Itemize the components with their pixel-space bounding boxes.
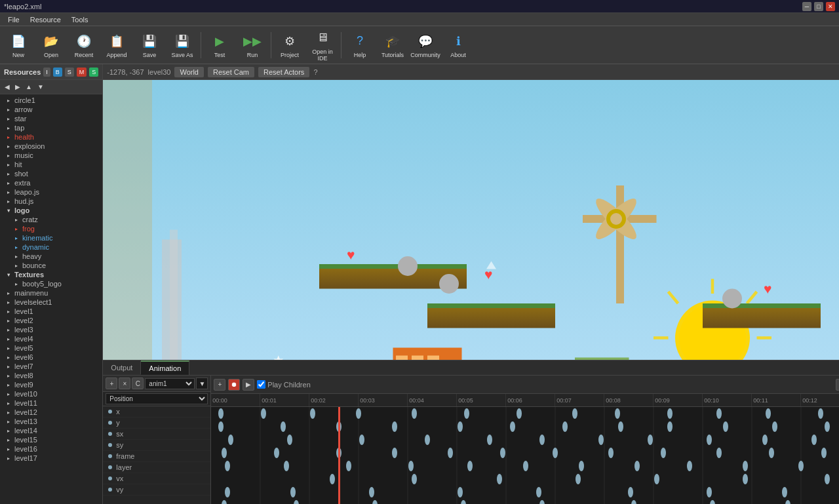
new-button[interactable]: 📄 New bbox=[3, 28, 34, 62]
list-item[interactable]: ▸level9 bbox=[0, 380, 102, 389]
anim-name-select[interactable]: anim1 bbox=[145, 378, 195, 389]
list-item[interactable]: ▸level10 bbox=[0, 389, 102, 398]
tab-output[interactable]: Output bbox=[103, 361, 141, 374]
play-children-checkbox[interactable] bbox=[257, 380, 265, 389]
list-item[interactable]: ▸level8 bbox=[0, 371, 102, 380]
openide-button[interactable]: 🖥 Open in IDE bbox=[307, 28, 338, 62]
list-item[interactable]: ▸circle1 bbox=[0, 96, 102, 105]
badge-sg[interactable]: S bbox=[89, 68, 98, 77]
prop-sy[interactable]: sy bbox=[103, 440, 210, 451]
run-button[interactable]: ▶▶ Run bbox=[237, 28, 268, 62]
anim-add-button[interactable]: + bbox=[106, 378, 117, 389]
menu-file[interactable]: File bbox=[3, 13, 25, 26]
ruler-10: 00:10 bbox=[703, 394, 752, 406]
list-item[interactable]: ▸level2 bbox=[0, 316, 102, 325]
res-down-btn[interactable]: ▼ bbox=[35, 83, 46, 91]
list-item[interactable]: ▸bounce bbox=[0, 261, 102, 270]
badge-b[interactable]: B bbox=[53, 68, 62, 77]
prop-frame[interactable]: frame bbox=[103, 451, 210, 462]
maximize-button[interactable]: □ bbox=[814, 2, 823, 11]
about-button[interactable]: ℹ About bbox=[442, 28, 474, 62]
help-icon-small[interactable]: ? bbox=[313, 68, 317, 76]
list-item[interactable]: ▸level4 bbox=[0, 334, 102, 343]
badge-m[interactable]: M bbox=[77, 68, 87, 77]
list-item[interactable]: ▸level13 bbox=[0, 417, 102, 426]
list-item[interactable]: ▸shot bbox=[0, 169, 102, 178]
prop-vy[interactable]: vy bbox=[103, 484, 210, 495]
list-item[interactable]: ▸heavy bbox=[0, 252, 102, 261]
open-button[interactable]: 📂 Open bbox=[35, 28, 67, 62]
list-item[interactable]: ▾logo bbox=[0, 206, 102, 215]
prop-layer[interactable]: layer bbox=[103, 462, 210, 473]
prop-x[interactable]: x bbox=[103, 406, 210, 417]
list-item[interactable]: ▸tap bbox=[0, 123, 102, 132]
menu-tools[interactable]: Tools bbox=[66, 13, 94, 26]
save-button[interactable]: 💾 Save bbox=[134, 28, 165, 62]
list-item[interactable]: ▸extra bbox=[0, 178, 102, 187]
project-button[interactable]: ⚙ Project bbox=[274, 28, 305, 62]
list-item[interactable]: ▸level15 bbox=[0, 435, 102, 444]
list-item[interactable]: ▸level3 bbox=[0, 325, 102, 334]
list-item[interactable]: ▾Textures bbox=[0, 270, 102, 279]
resource-list[interactable]: ▸circle1 ▸arrow ▸star ▸tap ▸health ▸expl… bbox=[0, 94, 102, 504]
property-dropdown[interactable]: Position Scale Angle Alpha bbox=[106, 393, 208, 404]
list-item[interactable]: ▸hit bbox=[0, 160, 102, 169]
menu-resource[interactable]: Resource bbox=[25, 13, 66, 26]
list-item[interactable]: ▸level7 bbox=[0, 362, 102, 371]
playhead[interactable] bbox=[339, 407, 340, 504]
tutorials-button[interactable]: 🎓 Tutorials bbox=[377, 28, 408, 62]
badge-i[interactable]: I bbox=[43, 68, 50, 77]
list-item[interactable]: ▸hud.js bbox=[0, 197, 102, 206]
reset-cam-button[interactable]: Reset Cam bbox=[208, 67, 254, 77]
list-item[interactable]: ▸arrow bbox=[0, 105, 102, 114]
close-button[interactable]: ✕ bbox=[826, 2, 835, 11]
list-item[interactable]: ▸music bbox=[0, 151, 102, 160]
list-item[interactable]: ▸levelselect1 bbox=[0, 298, 102, 307]
test-button[interactable]: ▶ Test bbox=[204, 28, 235, 62]
saveas-button[interactable]: 💾 Save As bbox=[166, 28, 198, 62]
list-item[interactable]: ▸mainmenu bbox=[0, 288, 102, 298]
list-item[interactable]: ▸level1 bbox=[0, 307, 102, 316]
list-item[interactable]: ▸booty5_logo bbox=[0, 279, 102, 288]
res-collapse-btn[interactable]: ◀ bbox=[3, 83, 12, 91]
reset-actors-button[interactable]: Reset Actors bbox=[258, 67, 309, 77]
timeline-play-button[interactable]: ▶ bbox=[243, 379, 254, 391]
timeline-tracks[interactable] bbox=[211, 407, 839, 504]
prop-y[interactable]: y bbox=[103, 417, 210, 429]
list-item[interactable]: ▸level11 bbox=[0, 398, 102, 408]
append-button[interactable]: 📋 Append bbox=[101, 28, 132, 62]
res-up-btn[interactable]: ▲ bbox=[24, 83, 34, 91]
list-item[interactable]: ▸explosion bbox=[0, 142, 102, 151]
list-item[interactable]: ▸leapo.js bbox=[0, 187, 102, 197]
list-item[interactable]: ▸frog bbox=[0, 224, 102, 233]
res-expand-btn[interactable]: ▶ bbox=[13, 83, 22, 91]
list-item[interactable]: ▸level16 bbox=[0, 444, 102, 454]
list-item[interactable]: ▸level12 bbox=[0, 408, 102, 417]
timeline-help-button[interactable]: ? bbox=[836, 379, 839, 391]
list-item[interactable]: ▸star bbox=[0, 114, 102, 123]
keyframes-svg bbox=[211, 407, 839, 504]
prop-vx[interactable]: vx bbox=[103, 473, 210, 484]
community-button[interactable]: 💬 Community bbox=[410, 28, 441, 62]
timeline-record-button[interactable]: ⏺ bbox=[228, 379, 240, 391]
prop-sx[interactable]: sx bbox=[103, 429, 210, 440]
list-item[interactable]: ▸level5 bbox=[0, 343, 102, 353]
world-button[interactable]: World bbox=[174, 67, 204, 77]
recent-button[interactable]: 🕐 Recent bbox=[68, 28, 100, 62]
tab-animation[interactable]: Animation bbox=[141, 360, 189, 375]
anim-copy-button[interactable]: C bbox=[132, 378, 144, 389]
help-button[interactable]: ? Help bbox=[344, 28, 376, 62]
game-viewport[interactable]: ♥ ♥ ♥ ♥ ♥ ♥ ♥ ♥ ♥ ♥ bbox=[103, 80, 839, 360]
list-item[interactable]: ▸level14 bbox=[0, 426, 102, 435]
list-item[interactable]: ▸dynamic bbox=[0, 242, 102, 252]
anim-delete-button[interactable]: × bbox=[119, 378, 130, 389]
list-item[interactable]: ▸level17 bbox=[0, 454, 102, 463]
anim-dropdown-btn[interactable]: ▼ bbox=[196, 378, 208, 389]
list-item[interactable]: ▸cratz bbox=[0, 215, 102, 224]
list-item[interactable]: ▸level6 bbox=[0, 353, 102, 362]
minimize-button[interactable]: ─ bbox=[802, 2, 811, 11]
list-item[interactable]: ▸health bbox=[0, 132, 102, 142]
timeline-add-button[interactable]: + bbox=[214, 379, 225, 391]
badge-s[interactable]: S bbox=[65, 68, 74, 77]
list-item[interactable]: ▸kinematic bbox=[0, 233, 102, 242]
